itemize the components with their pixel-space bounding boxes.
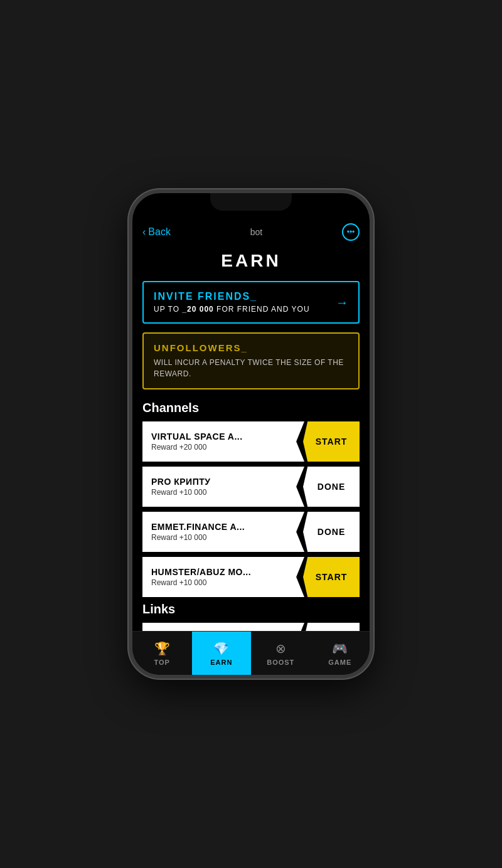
channels-section-title: Channels: [142, 401, 360, 415]
channel-name: VIRTUAL SPACE A...: [151, 431, 296, 442]
back-button[interactable]: ‹ Back: [142, 226, 171, 238]
nav-title: bot: [250, 227, 262, 237]
warning-card: UNFOLLOWERS_ WILL INCUR A PENALTY TWICE …: [142, 332, 360, 389]
channel-done-button[interactable]: DONE: [303, 467, 360, 507]
channel-reward: Reward +20 000: [151, 443, 296, 452]
phone-frame: ‹ Back bot ••• EARN INVITE FRIENDS_ UP T…: [129, 189, 373, 679]
channel-info: EMMET.FINANCE A... Reward +10 000: [142, 512, 304, 552]
main-content: EARN INVITE FRIENDS_ UP TO _20 000 FOR F…: [132, 246, 370, 631]
arrow-icon: →: [336, 295, 348, 310]
page-title: EARN: [142, 246, 360, 271]
channel-info: PRO КРИПТУ Reward +10 000: [142, 467, 304, 507]
nav-item-earn[interactable]: 💎 EARN: [192, 632, 252, 675]
link-info: SEE THE UPDATES Reward +8 000: [142, 623, 304, 631]
channel-reward: Reward +10 000: [151, 578, 296, 587]
channel-info: HUMSTER/ABUZ MO... Reward +10 000: [142, 557, 304, 597]
channels-list: VIRTUAL SPACE A... Reward +20 000 START …: [142, 421, 360, 597]
invite-friends-card[interactable]: INVITE FRIENDS_ UP TO _20 000 FOR FRIEND…: [142, 281, 360, 324]
nav-label-boost: BOOST: [267, 659, 294, 666]
link-done-button[interactable]: DONE: [303, 623, 360, 631]
invite-subtitle: UP TO _20 000 FOR FRIEND AND YOU: [154, 305, 310, 314]
links-section-title: Links: [142, 602, 360, 617]
bottom-nav: 🏆 TOP 💎 EARN ⊗ BOOST 🎮 GAME: [132, 631, 370, 675]
channel-item[interactable]: VIRTUAL SPACE A... Reward +20 000 START: [142, 421, 360, 462]
channel-reward: Reward +10 000: [151, 533, 296, 542]
invite-card-text: INVITE FRIENDS_ UP TO _20 000 FOR FRIEND…: [154, 291, 310, 314]
nav-label-top: TOP: [154, 659, 170, 666]
phone-notch: [210, 193, 292, 211]
channel-item[interactable]: EMMET.FINANCE A... Reward +10 000 DONE: [142, 512, 360, 552]
boost-icon: ⊗: [275, 641, 286, 656]
invite-title: INVITE FRIENDS_: [154, 291, 310, 302]
diamond-icon: 💎: [213, 641, 229, 656]
channel-start-button[interactable]: START: [303, 421, 360, 462]
nav-item-top[interactable]: 🏆 TOP: [132, 632, 192, 675]
links-section: Links SEE THE UPDATES Reward +8 000 DONE: [142, 602, 360, 631]
channel-info: VIRTUAL SPACE A... Reward +20 000: [142, 421, 304, 462]
channel-name: EMMET.FINANCE A...: [151, 522, 296, 532]
channel-item[interactable]: HUMSTER/ABUZ MO... Reward +10 000 START: [142, 557, 360, 597]
channel-start-button[interactable]: START: [303, 557, 360, 597]
channel-item[interactable]: PRO КРИПТУ Reward +10 000 DONE: [142, 467, 360, 507]
game-icon: 🎮: [332, 641, 348, 656]
nav-bar: ‹ Back bot •••: [132, 221, 370, 246]
more-icon: •••: [347, 228, 355, 236]
invite-amount: _20 000: [182, 305, 213, 314]
trophy-icon: 🏆: [154, 641, 170, 656]
channel-done-button[interactable]: DONE: [303, 512, 360, 552]
link-item[interactable]: SEE THE UPDATES Reward +8 000 DONE: [142, 623, 360, 631]
more-button[interactable]: •••: [342, 223, 360, 241]
back-chevron-icon: ‹: [142, 226, 146, 238]
nav-label-earn: EARN: [210, 659, 232, 666]
channel-reward: Reward +10 000: [151, 488, 296, 497]
phone-screen: ‹ Back bot ••• EARN INVITE FRIENDS_ UP T…: [132, 193, 370, 675]
back-label: Back: [148, 226, 171, 238]
warning-title: UNFOLLOWERS_: [154, 342, 348, 353]
channel-name: HUMSTER/ABUZ MO...: [151, 567, 296, 577]
nav-label-game: GAME: [328, 659, 351, 666]
nav-item-game[interactable]: 🎮 GAME: [311, 632, 370, 675]
channel-name: PRO КРИПТУ: [151, 477, 296, 487]
nav-item-boost[interactable]: ⊗ BOOST: [251, 632, 311, 675]
warning-text: WILL INCUR A PENALTY TWICE THE SIZE OF T…: [154, 357, 348, 379]
